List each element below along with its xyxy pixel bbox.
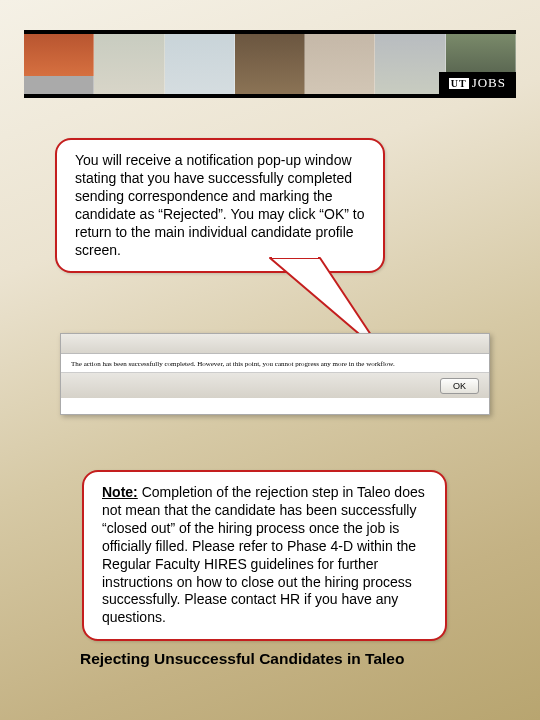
popup-screenshot: The action has been successfully complet… — [60, 333, 490, 415]
header-photo — [375, 34, 445, 94]
ut-jobs-logo: UT JOBS — [439, 72, 516, 94]
callout-notification-info: You will receive a notification pop-up w… — [55, 138, 385, 273]
note-text: Completion of the rejection step in Tale… — [102, 484, 425, 625]
header-photo — [235, 34, 305, 94]
note-label: Note: — [102, 484, 138, 500]
page-title: Rejecting Unsuccessful Candidates in Tal… — [80, 650, 404, 668]
header-photo — [165, 34, 235, 94]
popup-button-row: OK — [61, 372, 489, 398]
header-image-strip: UT JOBS — [24, 30, 516, 98]
logo-text: JOBS — [472, 75, 506, 91]
header-photo — [24, 34, 94, 94]
header-photo — [94, 34, 164, 94]
popup-titlebar — [61, 334, 489, 354]
popup-message: The action has been successfully complet… — [61, 354, 489, 372]
logo-prefix: UT — [449, 78, 469, 89]
ok-button[interactable]: OK — [440, 378, 479, 394]
callout-text: You will receive a notification pop-up w… — [75, 152, 364, 258]
callout-note: Note: Completion of the rejection step i… — [82, 470, 447, 641]
header-photo — [305, 34, 375, 94]
